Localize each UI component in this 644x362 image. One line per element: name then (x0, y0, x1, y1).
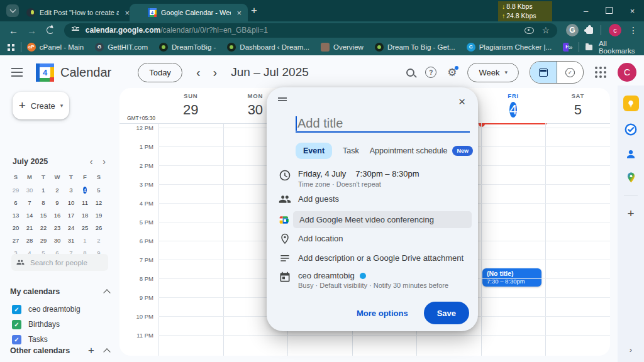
mini-calendar-day[interactable]: 14 (23, 211, 36, 220)
mini-calendar-day[interactable]: 18 (78, 211, 92, 220)
mini-calendar-day[interactable]: 26 (92, 223, 106, 233)
mini-calendar-day[interactable]: 27 (9, 236, 23, 245)
timezone-repeat-label[interactable]: Time zone · Doesn't repeat (298, 180, 381, 188)
event-calendar-row[interactable]: ceo dreamtobig (298, 271, 366, 280)
tab-search-button[interactable] (6, 4, 19, 17)
tasks-view-toggle[interactable]: ✓ (557, 62, 584, 83)
prev-week-chevron[interactable]: ‹ (196, 68, 201, 77)
apps-grid-icon[interactable] (8, 44, 14, 51)
today-button[interactable]: Today (138, 63, 182, 82)
calendar-event[interactable]: (No title) 7:30 – 8:30pm (482, 268, 541, 287)
mini-calendar-day[interactable]: 16 (50, 211, 64, 220)
calendar-checkbox[interactable]: ✓ (12, 305, 21, 314)
add-guests-row[interactable]: Add guests (298, 194, 339, 204)
mini-calendar-day[interactable]: 31 (64, 236, 78, 245)
collapse-chevron-icon[interactable] (103, 348, 110, 355)
search-icon[interactable] (406, 69, 414, 77)
bookmark-item[interactable]: Dashboard ‹ Dream... (227, 43, 309, 52)
collapse-chevron-icon[interactable] (103, 289, 110, 296)
eye-icon[interactable] (525, 27, 534, 34)
mini-calendar-day[interactable]: 30 (23, 185, 36, 195)
mini-calendar-day[interactable]: 12 (92, 198, 106, 207)
window-minimize-button[interactable]: – (574, 6, 597, 16)
bookmark-star-icon[interactable]: ☆ (541, 25, 550, 35)
calendar-checkbox[interactable]: ✓ (12, 335, 21, 344)
mini-calendar-day[interactable]: 7 (23, 198, 36, 207)
expand-panel-chevron[interactable]: › (630, 345, 632, 354)
day-number[interactable]: 30 (248, 102, 263, 118)
browser-tab-inactive[interactable]: Edit Post "How to create a Goo × (21, 4, 136, 21)
add-google-meet-row[interactable]: Add Google Meet video conferencing (293, 211, 472, 228)
browser-profile-avatar[interactable]: c (609, 24, 621, 36)
mini-calendar-day[interactable]: 24 (64, 223, 78, 233)
bookmark-item[interactable]: cPcPanel - Main (27, 43, 84, 52)
tab-appointment-schedule[interactable]: Appointment schedule (370, 146, 448, 155)
mini-calendar-day[interactable]: 5 (92, 185, 106, 195)
mini-calendar-day[interactable]: 3 (64, 185, 78, 195)
mini-calendar-day[interactable]: 2 (92, 236, 106, 245)
day-number[interactable]: 4 (509, 102, 517, 118)
day-header[interactable]: SUN29 (158, 88, 223, 123)
bookmark-item[interactable]: GGettHIT.com (95, 43, 148, 52)
back-button[interactable]: ← (9, 25, 18, 36)
all-bookmarks-label[interactable]: All Bookmarks (599, 40, 636, 55)
mini-calendar-day[interactable]: 25 (78, 223, 92, 233)
bookmark-item[interactable]: Overview (321, 43, 364, 52)
next-week-chevron[interactable]: › (213, 68, 218, 77)
extensions-puzzle-icon[interactable] (586, 27, 593, 34)
mini-calendar-day[interactable]: 9 (50, 198, 64, 207)
mini-calendar-next[interactable]: › (97, 156, 111, 167)
dialog-close-icon[interactable]: × (456, 92, 468, 111)
day-header[interactable]: SAT5 (545, 88, 610, 123)
add-location-row[interactable]: Add location (298, 234, 343, 243)
more-options-button[interactable]: More options (357, 309, 408, 318)
mini-calendar-day[interactable]: 8 (36, 198, 50, 207)
mini-calendar-day[interactable]: 22 (36, 223, 50, 233)
google-maps-icon[interactable] (625, 172, 637, 184)
day-number[interactable]: 29 (183, 102, 198, 118)
event-datetime-row[interactable]: Friday, 4 July 7:30pm – 8:30pm (298, 169, 419, 178)
save-button[interactable]: Save (424, 302, 469, 324)
google-keep-icon[interactable] (623, 96, 639, 111)
mini-calendar-day[interactable]: 1 (78, 236, 92, 245)
new-tab-button[interactable]: + (247, 3, 262, 18)
calendar-list-item[interactable]: ✓ceo dreamtobig (12, 302, 114, 317)
search-people-box[interactable] (11, 254, 108, 271)
get-add-ons-icon[interactable]: + (627, 207, 634, 221)
window-close-button[interactable]: × (621, 6, 644, 16)
google-contacts-icon[interactable] (625, 148, 637, 160)
search-people-input[interactable] (29, 258, 101, 267)
mini-calendar-day[interactable]: 29 (36, 236, 50, 245)
mini-calendar-day[interactable]: 19 (92, 211, 106, 220)
mini-calendar-day[interactable]: 15 (36, 211, 50, 220)
mini-calendar-day[interactable]: 4 (78, 185, 92, 195)
main-menu-icon[interactable] (11, 72, 23, 73)
bookmark-item[interactable]: Dream To Big - Get... (375, 43, 455, 52)
settings-gear-icon[interactable]: ⚙ (447, 67, 457, 78)
mini-calendar-day[interactable]: 30 (50, 236, 64, 245)
day-number[interactable]: 5 (574, 102, 582, 118)
calendar-view-toggle[interactable] (530, 62, 557, 83)
mini-calendar-day[interactable]: 2 (50, 185, 64, 195)
tab-event[interactable]: Event (296, 143, 332, 159)
profile-avatar[interactable]: C (618, 63, 636, 82)
mini-calendar-day[interactable]: 23 (50, 223, 64, 233)
tab-close-icon[interactable]: × (235, 8, 243, 18)
window-maximize-button[interactable] (597, 6, 621, 16)
site-info-icon[interactable] (72, 30, 79, 31)
address-bar[interactable]: calendar.google.com/calendar/u/0/r?hl=en… (64, 23, 557, 38)
day-header[interactable]: FRI4 (481, 88, 546, 123)
bookmark-item[interactable]: CPlagiarism Checker |... (467, 43, 552, 52)
browser-menu-icon[interactable]: ⋮ (629, 25, 638, 35)
calendar-list-item[interactable]: ✓Birthdays (12, 317, 114, 332)
event-title-input[interactable]: Add title (296, 116, 343, 131)
mini-calendar-day[interactable]: 10 (64, 198, 78, 207)
mini-calendar-day[interactable]: 11 (78, 198, 92, 207)
mini-calendar-day[interactable]: 20 (9, 223, 23, 233)
google-tasks-icon[interactable] (624, 123, 638, 136)
bookmarks-overflow-chevron[interactable]: » (569, 43, 572, 51)
calendar-checkbox[interactable]: ✓ (12, 320, 21, 329)
drag-handle-icon[interactable] (278, 97, 287, 99)
mini-calendar-day[interactable]: 1 (36, 185, 50, 195)
google-apps-grid-icon[interactable] (594, 66, 607, 79)
